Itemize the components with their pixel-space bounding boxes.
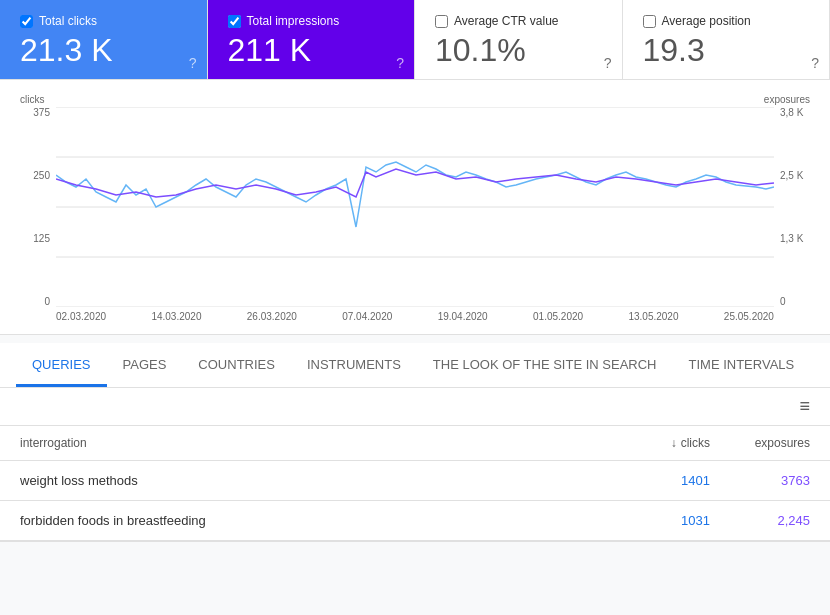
avg-position-value: 19.3: [643, 32, 810, 69]
total-impressions-value: 211 K: [228, 32, 395, 69]
avg-position-checkbox[interactable]: [643, 15, 656, 28]
filter-icon[interactable]: ≡: [799, 396, 810, 417]
row-1-clicks: 1401: [610, 473, 710, 488]
data-table: interrogation ↓ clicks exposures weight …: [0, 426, 830, 541]
avg-ctr-label: Average CTR value: [454, 14, 559, 28]
chart-axes-container: 375 250 125 0 3,8 K 2,5 K 1,3 K 0: [20, 107, 810, 307]
sort-down-icon: ↓: [671, 436, 677, 450]
total-clicks-checkbox[interactable]: [20, 15, 33, 28]
tabs-section: QUERIES PAGES COUNTRIES INSTRUMENTS THE …: [0, 343, 830, 542]
avg-ctr-checkbox[interactable]: [435, 15, 448, 28]
metric-total-clicks: Total clicks 21.3 K ?: [0, 0, 208, 79]
chart-area: clicks exposures 375 250 125 0 3,8 K 2,5…: [0, 80, 830, 335]
total-impressions-label: Total impressions: [247, 14, 340, 28]
tabs-row: QUERIES PAGES COUNTRIES INSTRUMENTS THE …: [0, 343, 830, 388]
y-right-axis-label: exposures: [764, 94, 810, 105]
total-impressions-checkbox[interactable]: [228, 15, 241, 28]
avg-ctr-help-icon[interactable]: ?: [604, 55, 612, 71]
metrics-row: Total clicks 21.3 K ? Total impressions …: [0, 0, 830, 80]
row-2-query: forbidden foods in breastfeeding: [20, 513, 610, 528]
table-row: forbidden foods in breastfeeding 1031 2,…: [0, 501, 830, 541]
total-impressions-help-icon[interactable]: ?: [396, 55, 404, 71]
row-1-exposures: 3763: [710, 473, 810, 488]
avg-ctr-value: 10.1%: [435, 32, 602, 69]
avg-position-help-icon[interactable]: ?: [811, 55, 819, 71]
col-header-clicks: ↓ clicks: [610, 436, 710, 450]
y-axis-right: 3,8 K 2,5 K 1,3 K 0: [774, 107, 810, 307]
row-2-exposures: 2,245: [710, 513, 810, 528]
total-clicks-label: Total clicks: [39, 14, 97, 28]
total-clicks-help-icon[interactable]: ?: [189, 55, 197, 71]
metric-avg-ctr: Average CTR value 10.1% ?: [415, 0, 623, 79]
table-header: interrogation ↓ clicks exposures: [0, 426, 830, 461]
tab-pages[interactable]: PAGES: [107, 343, 183, 387]
avg-position-label: Average position: [662, 14, 751, 28]
tab-instruments[interactable]: INSTRUMENTS: [291, 343, 417, 387]
tab-time-intervals[interactable]: TIME INTERVALS: [673, 343, 811, 387]
metric-total-impressions: Total impressions 211 K ?: [208, 0, 416, 79]
row-2-clicks: 1031: [610, 513, 710, 528]
x-axis-labels: 02.03.2020 14.03.2020 26.03.2020 07.04.2…: [20, 311, 810, 322]
line-chart: [56, 107, 774, 307]
total-clicks-value: 21.3 K: [20, 32, 187, 69]
tab-countries[interactable]: COUNTRIES: [182, 343, 291, 387]
metric-avg-position: Average position 19.3 ?: [623, 0, 831, 79]
table-row: weight loss methods 1401 3763: [0, 461, 830, 501]
tab-queries[interactable]: QUERIES: [16, 343, 107, 387]
y-axis-left: 375 250 125 0: [20, 107, 56, 307]
filter-row: ≡: [0, 388, 830, 426]
col-header-exposures: exposures: [710, 436, 810, 450]
y-left-axis-label: clicks: [20, 94, 44, 105]
row-1-query: weight loss methods: [20, 473, 610, 488]
tab-look-site[interactable]: THE LOOK OF THE SITE IN SEARCH: [417, 343, 673, 387]
col-header-query: interrogation: [20, 436, 610, 450]
